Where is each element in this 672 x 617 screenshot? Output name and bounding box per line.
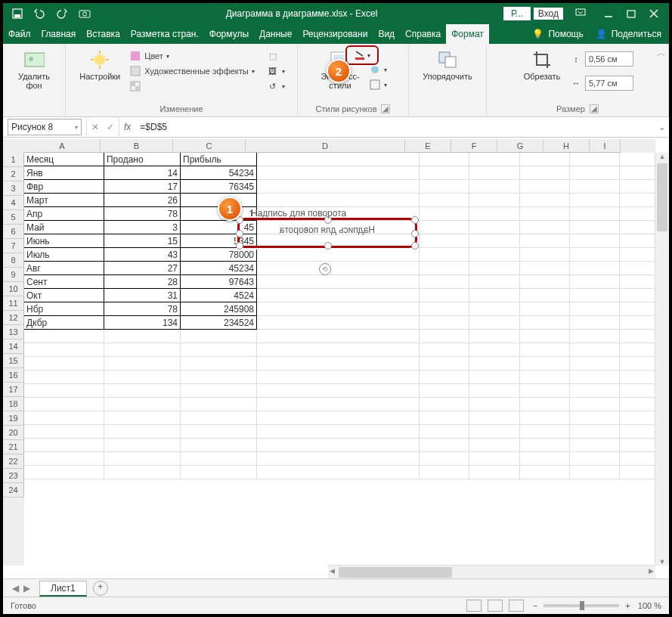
cell[interactable] xyxy=(24,452,104,466)
cell[interactable] xyxy=(24,357,104,371)
maximize-icon[interactable] xyxy=(627,9,636,18)
row-header[interactable]: 11 xyxy=(3,296,24,311)
cell[interactable] xyxy=(420,316,469,330)
row-header[interactable]: 15 xyxy=(3,354,24,368)
cell[interactable] xyxy=(620,194,655,207)
cell[interactable] xyxy=(520,398,570,411)
cell[interactable] xyxy=(620,153,655,166)
cell[interactable] xyxy=(257,357,420,371)
remove-bg-button[interactable]: Удалить фон xyxy=(12,46,56,93)
cell[interactable]: 134 xyxy=(104,316,181,330)
cell[interactable] xyxy=(520,425,570,439)
cell[interactable] xyxy=(420,234,469,248)
cell[interactable] xyxy=(24,384,104,398)
cell[interactable] xyxy=(520,153,570,166)
cell[interactable] xyxy=(520,248,570,262)
cell[interactable] xyxy=(520,330,570,343)
cell[interactable] xyxy=(620,234,655,248)
column-header[interactable]: I xyxy=(590,139,621,153)
cell[interactable] xyxy=(181,357,257,371)
cell[interactable] xyxy=(570,289,620,302)
help-icon[interactable]: 💡 xyxy=(532,29,543,39)
cell[interactable]: Нбр xyxy=(24,302,104,316)
column-header[interactable]: B xyxy=(101,139,173,153)
cell[interactable]: 28 xyxy=(104,275,181,289)
cell[interactable] xyxy=(420,289,469,302)
cell[interactable] xyxy=(469,343,519,357)
cell[interactable] xyxy=(520,371,570,384)
cell[interactable] xyxy=(520,234,570,248)
cell[interactable] xyxy=(420,425,469,439)
cell[interactable] xyxy=(620,207,655,221)
cell[interactable] xyxy=(520,194,570,207)
cell[interactable] xyxy=(570,221,620,234)
redo-icon[interactable] xyxy=(56,8,68,19)
expand-formula-bar-icon[interactable]: ⌄ xyxy=(655,122,669,132)
cell[interactable] xyxy=(104,466,181,479)
cell[interactable]: 76345 xyxy=(181,180,257,194)
cell[interactable] xyxy=(469,425,519,439)
column-header[interactable]: G xyxy=(497,139,543,153)
cell[interactable] xyxy=(520,262,570,275)
cell[interactable] xyxy=(257,371,420,384)
selected-shape-box[interactable]: Надпись для поворота xyxy=(237,218,417,248)
cell[interactable] xyxy=(257,452,420,466)
cell[interactable] xyxy=(420,180,469,194)
cell[interactable] xyxy=(570,466,620,479)
cell[interactable] xyxy=(469,357,519,371)
cell[interactable]: 54234 xyxy=(181,166,257,180)
cell[interactable] xyxy=(181,330,257,343)
row-header[interactable]: 9 xyxy=(3,268,24,282)
help-label[interactable]: Помощь xyxy=(548,29,583,39)
cell[interactable] xyxy=(181,343,257,357)
cell[interactable] xyxy=(620,221,655,234)
row-headers[interactable]: 123456789101112131415161718192021222324 xyxy=(3,153,24,566)
cell[interactable] xyxy=(420,398,469,411)
row-header[interactable]: 7 xyxy=(3,239,24,253)
undo-icon[interactable] xyxy=(33,8,45,19)
cell[interactable]: Сент xyxy=(24,275,104,289)
cell[interactable] xyxy=(104,452,181,466)
cell[interactable] xyxy=(469,248,519,262)
cell[interactable] xyxy=(520,289,570,302)
cell[interactable]: 97643 xyxy=(181,275,257,289)
height-input[interactable]: 0,56 см xyxy=(585,51,633,67)
cell[interactable] xyxy=(181,411,257,425)
cell[interactable] xyxy=(420,343,469,357)
cell[interactable] xyxy=(570,153,620,166)
cell[interactable] xyxy=(24,466,104,479)
cell[interactable] xyxy=(469,166,519,180)
row-header[interactable]: 14 xyxy=(3,340,24,354)
column-header[interactable]: A xyxy=(24,139,101,153)
cell[interactable] xyxy=(420,330,469,343)
cell[interactable] xyxy=(420,302,469,316)
formula-input[interactable]: =$D$5 xyxy=(135,122,655,132)
cell[interactable] xyxy=(520,207,570,221)
minimize-icon[interactable] xyxy=(604,9,613,18)
dialog-launcher-icon[interactable]: ◢ xyxy=(590,104,599,113)
cell[interactable]: 43 xyxy=(104,248,181,262)
cell[interactable]: 15 xyxy=(104,234,181,248)
cell[interactable] xyxy=(181,425,257,439)
cell[interactable] xyxy=(104,439,181,452)
cell[interactable] xyxy=(181,398,257,411)
color-button[interactable]: Цвет▾ xyxy=(128,49,255,63)
ribbon-tab-вставка[interactable]: Вставка xyxy=(81,24,125,44)
cell[interactable] xyxy=(104,357,181,371)
column-header[interactable]: H xyxy=(543,139,590,153)
cell[interactable] xyxy=(570,302,620,316)
cell[interactable] xyxy=(104,411,181,425)
cell[interactable] xyxy=(570,248,620,262)
cell[interactable] xyxy=(257,180,420,194)
cell[interactable] xyxy=(469,398,519,411)
artistic-effects-button[interactable]: Художественные эффекты▾ xyxy=(128,64,255,78)
cell[interactable] xyxy=(469,466,519,479)
cell[interactable] xyxy=(257,262,420,275)
cell[interactable]: Июнь xyxy=(24,234,104,248)
cell[interactable] xyxy=(420,466,469,479)
cell[interactable] xyxy=(570,425,620,439)
dialog-launcher-icon[interactable]: ◢ xyxy=(381,104,390,113)
cell[interactable] xyxy=(257,425,420,439)
cell[interactable]: Март xyxy=(24,194,104,207)
ribbon-tab-формат[interactable]: Формат xyxy=(446,24,489,44)
